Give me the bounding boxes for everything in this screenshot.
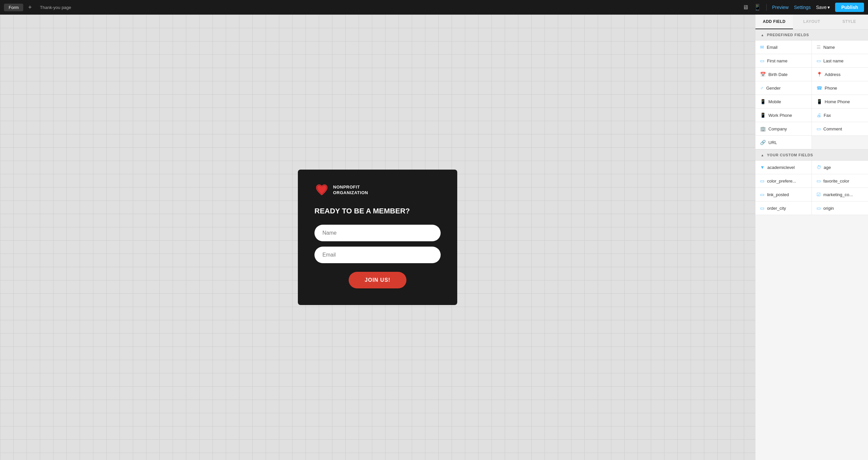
heart-logo-icon bbox=[314, 183, 329, 197]
custom-field-marketing-label: marketing_co... bbox=[824, 192, 853, 197]
custom-field-grid: ▼ academiclevel ⏱ age ▭ color_prefere...… bbox=[755, 161, 868, 215]
form-title: READY TO BE A MEMBER? bbox=[314, 207, 410, 216]
field-work-phone[interactable]: 📱 Work Phone bbox=[755, 108, 812, 122]
tab-layout[interactable]: LAYOUT bbox=[793, 14, 831, 29]
first-name-icon: ▭ bbox=[760, 58, 765, 63]
comment-icon: ▭ bbox=[816, 126, 821, 131]
custom-field-academiclevel-label: academiclevel bbox=[767, 165, 795, 170]
birth-date-icon: 📅 bbox=[760, 72, 766, 77]
field-first-name[interactable]: ▭ First name bbox=[755, 54, 812, 68]
publish-button[interactable]: Publish bbox=[835, 3, 864, 12]
field-comment[interactable]: ▭ Comment bbox=[812, 122, 868, 136]
right-panel: ADD FIELD LAYOUT STYLE ▲ PREDEFINED FIEL… bbox=[755, 14, 868, 460]
field-fax[interactable]: 🖨 Fax bbox=[812, 108, 868, 122]
field-mobile[interactable]: 📱 Mobile bbox=[755, 95, 812, 108]
canvas-area: NONPROFIT ORGANIZATION READY TO BE A MEM… bbox=[0, 14, 755, 460]
field-email-label: Email bbox=[767, 45, 778, 50]
form-card: NONPROFIT ORGANIZATION READY TO BE A MEM… bbox=[298, 170, 457, 305]
field-url[interactable]: 🔗 URL bbox=[755, 136, 812, 150]
color-pref-icon: ▭ bbox=[760, 178, 765, 184]
main-content: NONPROFIT ORGANIZATION READY TO BE A MEM… bbox=[0, 14, 868, 460]
favorite-color-icon: ▭ bbox=[816, 178, 821, 184]
field-birth-date[interactable]: 📅 Birth Date bbox=[755, 68, 812, 81]
mobile-field-icon: 📱 bbox=[760, 99, 766, 104]
custom-field-order-city-label: order_city bbox=[767, 206, 786, 211]
field-company-label: Company bbox=[768, 127, 787, 131]
field-fax-label: Fax bbox=[824, 113, 831, 118]
phone-icon: ☎ bbox=[816, 85, 822, 91]
custom-field-origin-label: origin bbox=[824, 206, 834, 211]
custom-field-color-pref-label: color_prefere... bbox=[767, 178, 796, 184]
last-name-icon: ▭ bbox=[816, 58, 821, 63]
join-button[interactable]: JOIN US! bbox=[349, 272, 406, 288]
dropdown-icon: ▼ bbox=[760, 165, 765, 170]
field-url-label: URL bbox=[768, 140, 777, 145]
field-name[interactable]: ☰ Name bbox=[812, 40, 868, 54]
custom-field-origin[interactable]: ▭ origin bbox=[812, 201, 868, 215]
custom-field-age-label: age bbox=[824, 165, 831, 170]
fax-icon: 🖨 bbox=[816, 112, 821, 118]
field-home-phone[interactable]: 📱 Home Phone bbox=[812, 95, 868, 108]
custom-field-link-posted-label: link_posted bbox=[767, 192, 789, 197]
home-phone-icon: 📱 bbox=[816, 99, 822, 104]
tab-form[interactable]: Form bbox=[4, 4, 23, 11]
custom-field-link-posted[interactable]: ▭ link_posted bbox=[755, 188, 812, 201]
tab-add-button[interactable]: + bbox=[26, 3, 34, 11]
field-last-name[interactable]: ▭ Last name bbox=[812, 54, 868, 68]
field-phone[interactable]: ☎ Phone bbox=[812, 81, 868, 95]
preview-link[interactable]: Preview bbox=[772, 5, 788, 10]
settings-link[interactable]: Settings bbox=[794, 5, 811, 10]
tab-thankyou[interactable]: Thank-you page bbox=[36, 4, 74, 11]
topbar-icons: 🖥 📱 Preview Settings Save ▾ Publish bbox=[742, 3, 864, 12]
tab-style[interactable]: STYLE bbox=[831, 14, 868, 29]
custom-field-favorite-color[interactable]: ▭ favorite_color bbox=[812, 174, 868, 188]
topbar: Form + Thank-you page 🖥 📱 Preview Settin… bbox=[0, 0, 868, 14]
desktop-icon[interactable]: 🖥 bbox=[742, 4, 748, 11]
predefined-section-header: ▲ PREDEFINED FIELDS bbox=[755, 30, 868, 40]
field-comment-label: Comment bbox=[824, 127, 842, 131]
field-address-label: Address bbox=[825, 72, 841, 77]
panel-tabs: ADD FIELD LAYOUT STYLE bbox=[755, 14, 868, 30]
field-email[interactable]: ✉ Email bbox=[755, 40, 812, 54]
url-icon: 🔗 bbox=[760, 140, 766, 145]
company-icon: 🏢 bbox=[760, 126, 766, 131]
collapse-arrow-custom[interactable]: ▲ bbox=[761, 153, 765, 157]
field-phone-label: Phone bbox=[825, 86, 837, 91]
field-name-label: Name bbox=[824, 45, 835, 50]
email-input[interactable] bbox=[314, 247, 441, 263]
collapse-arrow-predefined[interactable]: ▲ bbox=[761, 33, 765, 37]
separator bbox=[766, 4, 767, 11]
name-icon: ☰ bbox=[816, 44, 821, 50]
field-first-name-label: First name bbox=[767, 58, 787, 63]
gender-icon: ♂ bbox=[760, 85, 764, 91]
field-gender[interactable]: ♂ Gender bbox=[755, 81, 812, 95]
field-last-name-label: Last name bbox=[824, 58, 844, 63]
field-home-phone-label: Home Phone bbox=[825, 99, 850, 104]
order-city-icon: ▭ bbox=[760, 205, 765, 211]
form-card-logo: NONPROFIT ORGANIZATION bbox=[314, 183, 368, 197]
field-mobile-label: Mobile bbox=[768, 99, 781, 104]
field-gender-label: Gender bbox=[766, 86, 781, 91]
mobile-icon[interactable]: 📱 bbox=[754, 4, 761, 11]
field-company[interactable]: 🏢 Company bbox=[755, 122, 812, 136]
age-icon: ⏱ bbox=[816, 165, 821, 170]
name-input[interactable] bbox=[314, 225, 441, 241]
custom-field-age[interactable]: ⏱ age bbox=[812, 161, 868, 174]
custom-section-header: ▲ YOUR CUSTOM FIELDS bbox=[755, 150, 868, 161]
custom-field-color-pref[interactable]: ▭ color_prefere... bbox=[755, 174, 812, 188]
address-icon: 📍 bbox=[816, 72, 822, 77]
custom-field-marketing[interactable]: ☑ marketing_co... bbox=[812, 188, 868, 201]
field-birth-date-label: Birth Date bbox=[768, 72, 788, 77]
link-posted-icon: ▭ bbox=[760, 192, 765, 197]
origin-icon: ▭ bbox=[816, 205, 821, 211]
marketing-icon: ☑ bbox=[816, 192, 821, 197]
custom-field-favorite-color-label: favorite_color bbox=[824, 178, 849, 184]
custom-field-academiclevel[interactable]: ▼ academiclevel bbox=[755, 161, 812, 174]
field-work-phone-label: Work Phone bbox=[768, 113, 792, 118]
tab-add-field[interactable]: ADD FIELD bbox=[755, 14, 793, 29]
save-button[interactable]: Save ▾ bbox=[816, 5, 830, 10]
custom-field-order-city[interactable]: ▭ order_city bbox=[755, 201, 812, 215]
field-address[interactable]: 📍 Address bbox=[812, 68, 868, 81]
email-icon: ✉ bbox=[760, 44, 764, 50]
work-phone-icon: 📱 bbox=[760, 112, 766, 118]
